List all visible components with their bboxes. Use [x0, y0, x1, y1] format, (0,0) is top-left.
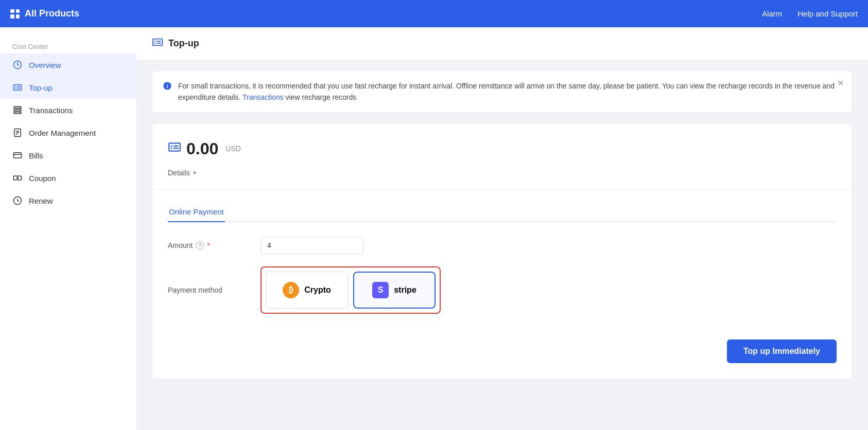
main-layout: Cost Center Overview Top-up Transactions… [0, 27, 868, 430]
topup-submit-button[interactable]: Top up Immediately [727, 339, 837, 363]
svg-rect-2 [14, 110, 21, 111]
chevron-down-icon: ▾ [193, 169, 196, 176]
svg-point-11 [17, 177, 19, 179]
amount-row: Amount ? * [168, 237, 837, 254]
sidebar-item-order-management[interactable]: Order Management [0, 121, 136, 144]
payment-method-label: Payment method [168, 286, 250, 294]
banner-text: For small transactions, it is recommende… [178, 80, 842, 103]
sidebar-item-bills-label: Bills [29, 151, 43, 160]
svg-rect-10 [14, 176, 22, 180]
crypto-icon: ₿ [283, 282, 299, 298]
svg-rect-8 [14, 153, 22, 158]
overview-icon [12, 60, 23, 70]
stripe-icon: S [372, 282, 389, 298]
sidebar-item-overview[interactable]: Overview [0, 53, 136, 76]
balance-amount: 0.00 [186, 139, 218, 158]
svg-rect-3 [14, 112, 21, 114]
details-toggle[interactable]: Details ▾ [168, 169, 837, 177]
page-title: Top-up [168, 38, 199, 49]
sidebar-item-coupon-label: Coupon [29, 174, 56, 183]
transactions-link[interactable]: Transactions [242, 93, 284, 101]
info-banner: For small transactions, it is recommende… [152, 70, 853, 113]
sidebar-item-bills[interactable]: Bills [0, 144, 136, 167]
crypto-label: Crypto [304, 285, 331, 295]
balance-currency: USD [225, 145, 241, 153]
stripe-label: stripe [394, 285, 416, 295]
page-header-icon [152, 37, 163, 50]
amount-label: Amount ? * [168, 241, 250, 249]
sidebar: Cost Center Overview Top-up Transactions… [0, 27, 136, 430]
sidebar-item-coupon[interactable]: Coupon [0, 167, 136, 189]
banner-close-button[interactable]: ✕ [837, 78, 844, 88]
navbar-actions: Alarm Help and Support [762, 9, 858, 18]
tabs: Online Payment [168, 202, 837, 222]
main-content: Top-up For small transactions, it is rec… [136, 27, 868, 430]
sidebar-item-topup-label: Top-up [29, 83, 53, 92]
sidebar-item-order-label: Order Management [29, 129, 96, 137]
required-indicator: * [207, 241, 210, 249]
coupon-icon [12, 173, 23, 183]
submit-area: Top up Immediately [168, 334, 837, 363]
navbar-brand[interactable]: All Products [10, 8, 79, 19]
amount-help-icon[interactable]: ? [196, 241, 204, 249]
topup-card: 0.00 USD Details ▾ Online Payment [152, 123, 853, 379]
transactions-icon [12, 105, 23, 115]
bills-icon [12, 150, 23, 160]
payment-option-crypto[interactable]: ₿ Crypto [266, 272, 348, 309]
alarm-link[interactable]: Alarm [762, 9, 782, 18]
tab-online-payment[interactable]: Online Payment [168, 202, 225, 222]
payment-option-stripe[interactable]: S stripe [353, 272, 436, 309]
renew-icon [12, 195, 23, 206]
amount-input[interactable] [261, 237, 363, 254]
topup-icon [12, 82, 23, 93]
details-label: Details [168, 169, 190, 177]
svg-rect-1 [14, 106, 21, 108]
sidebar-section: Cost Center [0, 38, 136, 53]
help-link[interactable]: Help and Support [797, 9, 858, 18]
sidebar-item-transactions-label: Transactions [29, 106, 73, 115]
payment-method-row: Payment method ₿ Crypto S stripe [168, 266, 837, 314]
sidebar-item-topup[interactable]: Top-up [0, 76, 136, 99]
payment-options-wrapper: ₿ Crypto S stripe [261, 266, 441, 314]
divider [152, 189, 852, 190]
content-area: For small transactions, it is recommende… [136, 60, 868, 389]
sidebar-item-renew-label: Renew [29, 196, 53, 205]
page-header: Top-up [136, 27, 868, 60]
sidebar-item-transactions[interactable]: Transactions [0, 99, 136, 121]
balance-section: 0.00 USD [168, 139, 837, 158]
sidebar-item-overview-label: Overview [29, 61, 61, 69]
navbar-title: All Products [25, 8, 79, 19]
order-management-icon [12, 128, 23, 138]
info-icon [163, 81, 172, 93]
navbar: All Products Alarm Help and Support [0, 0, 868, 27]
grid-icon [10, 9, 20, 19]
wallet-icon [168, 140, 181, 157]
sidebar-item-renew[interactable]: Renew [0, 189, 136, 212]
